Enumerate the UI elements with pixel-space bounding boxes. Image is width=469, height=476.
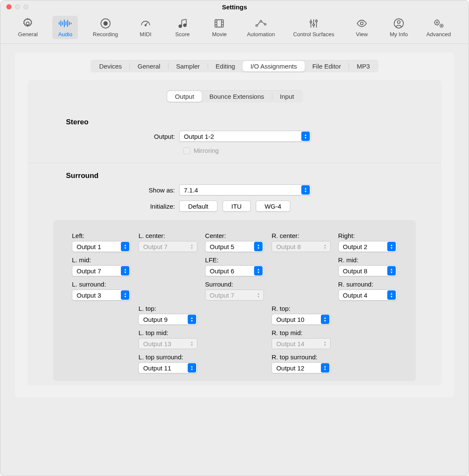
channel-cell: L. surround: Output 3 ▲▼ [72, 281, 131, 301]
eye-icon [355, 17, 368, 29]
preferences-toolbar: General Audio Recording MIDI Score Movie… [0, 13, 469, 44]
channel-select[interactable]: Output 8 ▲▼ [338, 265, 397, 276]
toolbar-automation[interactable]: Automation [243, 16, 278, 39]
toolbar-my-info[interactable]: My Info [386, 16, 412, 39]
default-button[interactable]: Default [179, 201, 217, 212]
stereo-output-select[interactable]: Output 1-2 ▲▼ [179, 131, 311, 142]
channel-cell: Center: Output 5 ▲▼ [205, 232, 264, 252]
updown-icon: ▲▼ [387, 290, 396, 300]
channel-cell: Surround: Output 7 ▲▼ [205, 281, 264, 301]
updown-icon: ▲▼ [321, 363, 329, 373]
svg-line-29 [262, 22, 264, 24]
updown-icon: ▲▼ [188, 242, 196, 251]
channel-label: R. surround: [338, 281, 397, 288]
toolbar-advanced[interactable]: Advanced [423, 16, 455, 39]
toolbar-audio[interactable]: Audio [52, 16, 78, 39]
channel-select[interactable]: Output 10 ▲▼ [272, 314, 330, 325]
updown-icon: ▲▼ [321, 242, 329, 251]
tab-devices[interactable]: Devices [92, 61, 129, 72]
person-icon [393, 17, 404, 29]
channel-select: Output 14 ▲▼ [272, 338, 330, 349]
automation-icon [255, 17, 267, 29]
tab-io-assignments[interactable]: I/O Assignments [243, 61, 304, 72]
stereo-output-label: Output: [40, 133, 179, 140]
svg-rect-18 [215, 20, 224, 27]
svg-point-39 [435, 20, 439, 25]
channel-grid: Left: Output 1 ▲▼ L. center: Output 7 ▲▼… [53, 220, 416, 381]
channel-label: L. surround: [72, 281, 131, 288]
svg-point-41 [440, 24, 443, 28]
tab-mp3[interactable]: MP3 [349, 61, 377, 72]
toolbar-general[interactable]: General [14, 16, 41, 39]
updown-icon: ▲▼ [188, 315, 196, 324]
tab-file-editor[interactable]: File Editor [305, 61, 349, 72]
itu-button[interactable]: ITU [223, 201, 251, 212]
toolbar-midi[interactable]: MIDI [133, 16, 158, 39]
channel-select[interactable]: Output 1 ▲▼ [72, 241, 131, 252]
updown-icon: ▲▼ [387, 266, 396, 275]
divider [28, 163, 441, 163]
svg-point-25 [256, 25, 257, 26]
channel-cell: L. top: Output 9 ▲▼ [138, 305, 197, 325]
updown-icon: ▲▼ [254, 242, 263, 251]
channel-cell: R. top mid: Output 14 ▲▼ [272, 329, 330, 349]
svg-point-27 [264, 23, 266, 25]
channel-cell: R. top: Output 10 ▲▼ [272, 305, 330, 325]
channel-select[interactable]: Output 11 ▲▼ [138, 362, 197, 373]
tab-input[interactable]: Input [272, 91, 302, 102]
updown-icon: ▲▼ [121, 242, 129, 251]
film-icon [213, 17, 225, 29]
tabs-secondary: Output Bounce Extensions Input [166, 90, 303, 103]
channel-select[interactable]: Output 7 ▲▼ [72, 265, 131, 276]
channel-cell: L. top surround: Output 11 ▲▼ [138, 353, 197, 373]
tab-sampler[interactable]: Sampler [169, 61, 208, 72]
tab-output[interactable]: Output [167, 91, 202, 102]
updown-icon: ▲▼ [254, 290, 263, 300]
channel-select[interactable]: Output 6 ▲▼ [205, 265, 264, 276]
channel-label: R. top mid: [272, 329, 330, 336]
channel-label: L. mid: [72, 256, 131, 264]
svg-point-42 [441, 25, 442, 26]
io-panel: Output Bounce Extensions Input Stereo Ou… [28, 80, 441, 385]
channel-cell: L. top mid: Output 13 ▲▼ [138, 329, 197, 349]
showas-label: Show as: [40, 186, 179, 194]
showas-select[interactable]: 7.1.4 ▲▼ [179, 184, 311, 195]
tab-general[interactable]: General [130, 61, 168, 72]
toolbar-control-surfaces[interactable]: Control Surfaces [290, 16, 338, 39]
channel-cell: LFE: Output 6 ▲▼ [205, 256, 264, 276]
tab-bounce-extensions[interactable]: Bounce Extensions [202, 91, 272, 102]
record-icon [100, 17, 111, 29]
channel-label: L. top mid: [138, 329, 197, 336]
gear-icon [22, 17, 34, 29]
toolbar-score[interactable]: Score [170, 16, 195, 39]
updown-icon: ▲▼ [121, 290, 129, 300]
channel-select[interactable]: Output 2 ▲▼ [338, 241, 397, 252]
updown-icon: ▲▼ [188, 339, 196, 348]
channel-cell: L. mid: Output 7 ▲▼ [72, 256, 131, 276]
channel-select[interactable]: Output 9 ▲▼ [138, 314, 197, 325]
channel-select[interactable]: Output 3 ▲▼ [72, 290, 131, 301]
updown-icon: ▲▼ [301, 132, 310, 141]
tabs-primary: Devices General Sampler Editing I/O Assi… [91, 60, 378, 72]
mirroring-checkbox[interactable] [183, 147, 190, 154]
channel-select[interactable]: Output 5 ▲▼ [205, 241, 264, 252]
toolbar-recording[interactable]: Recording [89, 16, 121, 39]
channel-select: Output 7 ▲▼ [205, 290, 264, 301]
svg-point-26 [260, 20, 262, 22]
wg4-button[interactable]: WG-4 [256, 201, 290, 212]
channel-select[interactable]: Output 4 ▲▼ [338, 290, 397, 301]
updown-icon: ▲▼ [321, 315, 329, 324]
tab-editing[interactable]: Editing [208, 61, 243, 72]
mirroring-label: Mirroring [194, 147, 219, 154]
channel-cell: R. top surround: Output 12 ▲▼ [272, 353, 330, 373]
toolbar-view[interactable]: View [349, 16, 375, 39]
toolbar-movie[interactable]: Movie [206, 16, 232, 39]
svg-point-13 [179, 25, 182, 28]
svg-line-28 [257, 22, 260, 25]
channel-select[interactable]: Output 12 ▲▼ [272, 362, 330, 373]
channel-label: L. center: [138, 232, 197, 239]
channel-select: Output 7 ▲▼ [138, 241, 197, 252]
svg-point-14 [183, 24, 186, 27]
svg-point-10 [103, 22, 107, 26]
channel-cell: L. center: Output 7 ▲▼ [138, 232, 197, 252]
